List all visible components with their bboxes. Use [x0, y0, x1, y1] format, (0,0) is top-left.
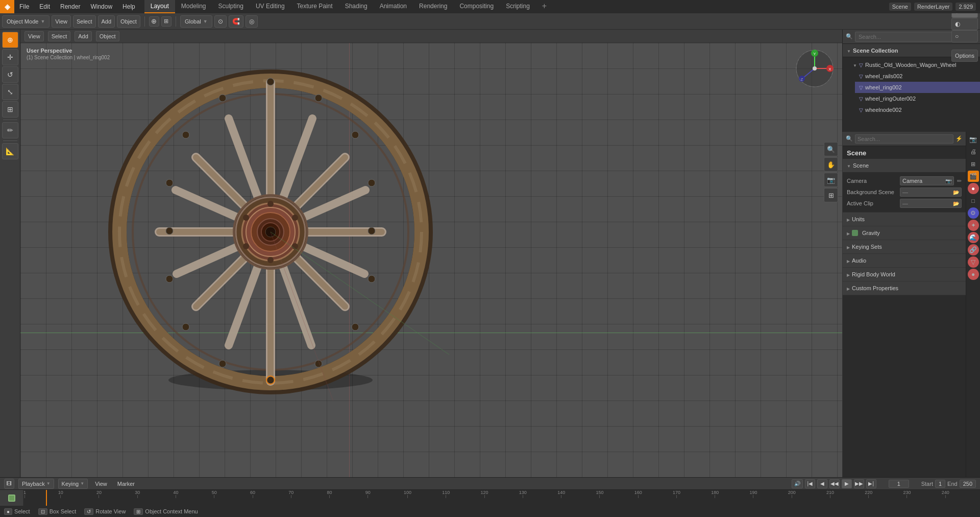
outliner-item-ring[interactable]: ▽ wheel_ring002: [855, 82, 980, 93]
tab-add[interactable]: +: [536, 0, 553, 13]
transform-btn[interactable]: ⊕: [149, 16, 159, 27]
props-constraints-icon[interactable]: 🔗: [968, 244, 979, 255]
jump-end-btn[interactable]: ▶|: [866, 479, 876, 488]
grid-btn[interactable]: ⊞: [824, 188, 838, 202]
snap-toggle[interactable]: 🧲: [229, 15, 243, 28]
keying-dropdown[interactable]: Keying ▼: [58, 479, 88, 489]
menu-window[interactable]: Window: [85, 0, 117, 13]
timeline-view-btn[interactable]: View: [92, 479, 110, 489]
active-clip-value[interactable]: — 📂: [900, 199, 962, 208]
start-frame-display[interactable]: 1: [935, 480, 945, 488]
bg-scene-value[interactable]: — 📂: [900, 187, 962, 197]
proportional-btn[interactable]: ◎: [246, 15, 258, 28]
props-object-icon[interactable]: □: [968, 195, 979, 206]
current-frame-display[interactable]: 1: [889, 480, 909, 488]
props-custom-header[interactable]: Custom Properties: [843, 281, 966, 295]
next-frame-btn[interactable]: ▶▶: [854, 479, 864, 488]
pivot-btn[interactable]: ⊙: [214, 15, 227, 28]
transform-space-dropdown[interactable]: Global ▼: [180, 15, 212, 28]
zoom-in-btn[interactable]: 🔍: [824, 142, 838, 156]
menu-help[interactable]: Help: [117, 0, 140, 13]
play-btn[interactable]: ▶: [842, 479, 852, 488]
menu-render[interactable]: Render: [55, 0, 85, 13]
props-material-icon[interactable]: ●: [968, 269, 979, 280]
tab-layout[interactable]: Layout: [144, 0, 175, 13]
props-audio-header[interactable]: Audio: [843, 254, 966, 267]
tab-uv-editing[interactable]: UV Editing: [250, 0, 291, 13]
transform-tool[interactable]: ⊞: [2, 101, 18, 118]
navigation-gizmo[interactable]: X Y Z: [794, 48, 835, 89]
snap-btn[interactable]: ⊞: [161, 16, 172, 27]
timeline-ruler[interactable]: 1 10 20 30 40 50 60 70 80 90: [0, 490, 980, 506]
outliner-item-node[interactable]: ▽ wheelnode002: [855, 104, 980, 115]
props-world-icon[interactable]: ●: [968, 183, 979, 194]
playback-dropdown[interactable]: Playback ▼: [18, 479, 54, 489]
annotate-tool[interactable]: ✏: [2, 122, 18, 138]
camera-btn[interactable]: 📷: [824, 173, 838, 187]
props-render-icon[interactable]: 📷: [968, 134, 979, 145]
render-layer-selector[interactable]: RenderLayer: [914, 3, 953, 11]
props-search-input[interactable]: [855, 134, 953, 144]
rotate-key: ↺: [84, 508, 93, 515]
tab-shading[interactable]: Shading: [339, 0, 374, 13]
props-audio-section: Audio: [843, 254, 966, 268]
view-btn[interactable]: View: [52, 15, 71, 28]
props-scene-title: Scene: [843, 146, 966, 159]
gravity-checkbox[interactable]: [852, 230, 858, 236]
outliner-item-rails[interactable]: ▽ wheel_rails002: [855, 70, 980, 82]
timeline-icon[interactable]: 🎞: [4, 479, 14, 489]
scene-selector[interactable]: Scene: [889, 3, 911, 11]
tab-modeling[interactable]: Modeling: [175, 0, 212, 13]
tab-sculpting[interactable]: Sculpting: [212, 0, 250, 13]
frame-indicator: [0, 490, 23, 506]
props-output-icon[interactable]: 🖨: [968, 146, 979, 157]
props-rigid-body-header[interactable]: Rigid Body World: [843, 268, 966, 281]
props-data-icon[interactable]: ▽: [968, 256, 979, 268]
viewport-object-btn[interactable]: Object: [96, 31, 119, 41]
camera-value[interactable]: Camera 📷: [900, 176, 954, 185]
tab-scripting[interactable]: Scripting: [500, 0, 536, 13]
options-btn[interactable]: Options: [951, 50, 978, 62]
viewport[interactable]: View Select Add Object: [20, 30, 842, 488]
reverse-play-btn[interactable]: ◀◀: [829, 479, 840, 488]
prev-frame-btn[interactable]: ◀: [817, 479, 827, 488]
select-btn[interactable]: Select: [73, 15, 96, 28]
props-units-header[interactable]: Units: [843, 213, 966, 226]
material-shading[interactable]: ◐: [951, 18, 978, 30]
viewport-add-btn[interactable]: Add: [75, 31, 92, 41]
end-frame-display[interactable]: 250: [960, 480, 976, 488]
measure-tool[interactable]: 📐: [2, 143, 18, 159]
rotate-tool[interactable]: ↺: [2, 66, 18, 83]
move-tool[interactable]: ✛: [2, 49, 18, 65]
object-btn[interactable]: Object: [117, 15, 140, 28]
mode-dropdown[interactable]: Object Mode ▼: [2, 15, 50, 28]
props-scene-icon[interactable]: 🎬: [968, 171, 979, 182]
props-gravity-header[interactable]: Gravity: [843, 226, 966, 240]
tab-texture-paint[interactable]: Texture Paint: [291, 0, 339, 13]
jump-start-btn[interactable]: |◀: [805, 479, 815, 488]
tab-compositing[interactable]: Compositing: [453, 0, 500, 13]
cursor-tool[interactable]: ⊕: [2, 32, 18, 48]
rendered-shading[interactable]: ○: [951, 30, 978, 42]
filter-icon-props[interactable]: ⚡: [955, 135, 963, 142]
audio-toggle-btn[interactable]: 🔊: [792, 479, 803, 488]
scale-tool[interactable]: ⤡: [2, 84, 18, 100]
edit-camera-btn[interactable]: ✏: [957, 178, 962, 184]
viewport-view-btn[interactable]: View: [24, 31, 44, 41]
menu-edit[interactable]: Edit: [34, 0, 55, 13]
props-keying-header[interactable]: Keying Sets: [843, 240, 966, 253]
outliner-search[interactable]: [855, 32, 963, 42]
tab-rendering[interactable]: Rendering: [413, 0, 453, 13]
outliner-item-ringouter[interactable]: ▽ wheel_ringOuter002: [855, 93, 980, 104]
add-btn[interactable]: Add: [98, 15, 115, 28]
props-physics-icon[interactable]: 🌊: [968, 232, 979, 243]
props-particles-icon[interactable]: ✦: [968, 220, 979, 231]
timeline-marker-btn[interactable]: Marker: [114, 479, 138, 489]
hand-btn[interactable]: ✋: [824, 157, 838, 172]
tab-animation[interactable]: Animation: [374, 0, 413, 13]
props-scene-header[interactable]: Scene: [843, 159, 966, 172]
menu-file[interactable]: File: [14, 0, 34, 13]
props-modifier-icon[interactable]: ⚙: [968, 207, 979, 219]
viewport-select-btn[interactable]: Select: [48, 31, 71, 41]
props-view-layer-icon[interactable]: ⊞: [968, 158, 979, 170]
